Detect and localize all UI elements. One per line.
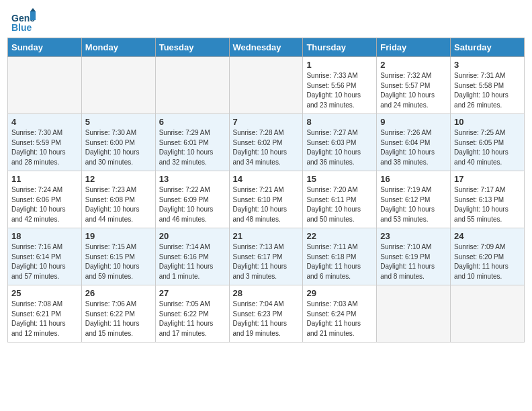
calendar-cell: 24Sunrise: 7:09 AMSunset: 6:20 PMDayligh… — [451, 228, 525, 285]
calendar-cell — [81, 57, 155, 114]
day-info: Sunrise: 7:32 AMSunset: 5:57 PMDaylight:… — [380, 71, 447, 110]
day-number: 3 — [454, 60, 521, 70]
calendar-header-friday: Friday — [377, 38, 451, 57]
day-number: 6 — [159, 117, 226, 127]
svg-text:Blue: Blue — [11, 22, 32, 33]
day-number: 1 — [306, 60, 373, 70]
day-number: 14 — [233, 174, 300, 184]
calendar-cell: 29Sunrise: 7:03 AMSunset: 6:24 PMDayligh… — [303, 285, 377, 342]
calendar-header-sunday: Sunday — [8, 38, 82, 57]
day-number: 10 — [454, 117, 521, 127]
calendar-header-tuesday: Tuesday — [155, 38, 229, 57]
calendar-header-thursday: Thursday — [303, 38, 377, 57]
day-number: 20 — [159, 231, 226, 241]
calendar-cell: 27Sunrise: 7:05 AMSunset: 6:22 PMDayligh… — [155, 285, 229, 342]
day-info: Sunrise: 7:03 AMSunset: 6:24 PMDaylight:… — [306, 300, 373, 338]
day-number: 13 — [159, 174, 226, 184]
day-number: 18 — [11, 231, 78, 241]
calendar-cell: 22Sunrise: 7:11 AMSunset: 6:18 PMDayligh… — [303, 228, 377, 285]
calendar-cell — [229, 57, 303, 114]
svg-marker-3 — [30, 8, 36, 11]
day-info: Sunrise: 7:33 AMSunset: 5:56 PMDaylight:… — [306, 71, 373, 110]
day-info: Sunrise: 7:19 AMSunset: 6:12 PMDaylight:… — [380, 185, 447, 224]
day-number: 26 — [85, 288, 152, 298]
day-number: 8 — [306, 117, 373, 127]
day-number: 17 — [454, 174, 521, 184]
calendar-header-monday: Monday — [81, 38, 155, 57]
day-number: 16 — [380, 174, 447, 184]
day-number: 9 — [380, 117, 447, 127]
day-info: Sunrise: 7:17 AMSunset: 6:13 PMDaylight:… — [454, 185, 521, 224]
day-number: 25 — [11, 288, 78, 298]
day-info: Sunrise: 7:26 AMSunset: 6:04 PMDaylight:… — [380, 128, 447, 167]
calendar-cell: 14Sunrise: 7:21 AMSunset: 6:10 PMDayligh… — [229, 171, 303, 228]
day-number: 27 — [159, 288, 226, 298]
calendar-cell — [377, 285, 451, 342]
day-number: 29 — [306, 288, 373, 298]
day-info: Sunrise: 7:15 AMSunset: 6:15 PMDaylight:… — [85, 242, 152, 281]
calendar-cell: 9Sunrise: 7:26 AMSunset: 6:04 PMDaylight… — [377, 114, 451, 171]
calendar-cell: 1Sunrise: 7:33 AMSunset: 5:56 PMDaylight… — [303, 57, 377, 114]
day-number: 19 — [85, 231, 152, 241]
calendar-cell: 3Sunrise: 7:31 AMSunset: 5:58 PMDaylight… — [451, 57, 525, 114]
day-info: Sunrise: 7:13 AMSunset: 6:17 PMDaylight:… — [233, 242, 300, 281]
calendar-cell: 5Sunrise: 7:30 AMSunset: 6:00 PMDaylight… — [81, 114, 155, 171]
calendar-cell — [451, 285, 525, 342]
calendar-cell: 6Sunrise: 7:29 AMSunset: 6:01 PMDaylight… — [155, 114, 229, 171]
calendar-cell: 18Sunrise: 7:16 AMSunset: 6:14 PMDayligh… — [8, 228, 82, 285]
day-info: Sunrise: 7:25 AMSunset: 6:05 PMDaylight:… — [454, 128, 521, 167]
calendar-cell: 19Sunrise: 7:15 AMSunset: 6:15 PMDayligh… — [81, 228, 155, 285]
day-info: Sunrise: 7:16 AMSunset: 6:14 PMDaylight:… — [11, 242, 78, 281]
day-info: Sunrise: 7:11 AMSunset: 6:18 PMDaylight:… — [306, 242, 373, 281]
day-number: 7 — [233, 117, 300, 127]
calendar-cell: 26Sunrise: 7:06 AMSunset: 6:22 PMDayligh… — [81, 285, 155, 342]
day-info: Sunrise: 7:05 AMSunset: 6:22 PMDaylight:… — [159, 300, 226, 338]
calendar-cell: 10Sunrise: 7:25 AMSunset: 6:05 PMDayligh… — [451, 114, 525, 171]
day-info: Sunrise: 7:06 AMSunset: 6:22 PMDaylight:… — [85, 300, 152, 338]
logo: General Blue — [10, 8, 36, 34]
day-info: Sunrise: 7:10 AMSunset: 6:19 PMDaylight:… — [380, 242, 447, 281]
calendar-cell: 23Sunrise: 7:10 AMSunset: 6:19 PMDayligh… — [377, 228, 451, 285]
calendar-header-saturday: Saturday — [451, 38, 525, 57]
day-info: Sunrise: 7:08 AMSunset: 6:21 PMDaylight:… — [11, 300, 78, 338]
day-number: 23 — [380, 231, 447, 241]
calendar-cell: 20Sunrise: 7:14 AMSunset: 6:16 PMDayligh… — [155, 228, 229, 285]
day-info: Sunrise: 7:14 AMSunset: 6:16 PMDaylight:… — [159, 242, 226, 281]
day-number: 5 — [85, 117, 152, 127]
day-number: 15 — [306, 174, 373, 184]
day-info: Sunrise: 7:31 AMSunset: 5:58 PMDaylight:… — [454, 71, 521, 110]
calendar-cell: 17Sunrise: 7:17 AMSunset: 6:13 PMDayligh… — [451, 171, 525, 228]
calendar-cell: 16Sunrise: 7:19 AMSunset: 6:12 PMDayligh… — [377, 171, 451, 228]
calendar-cell: 25Sunrise: 7:08 AMSunset: 6:21 PMDayligh… — [8, 285, 82, 342]
day-info: Sunrise: 7:24 AMSunset: 6:06 PMDaylight:… — [11, 185, 78, 224]
calendar-cell — [155, 57, 229, 114]
day-info: Sunrise: 7:29 AMSunset: 6:01 PMDaylight:… — [159, 128, 226, 167]
day-number: 4 — [11, 117, 78, 127]
calendar-cell — [8, 57, 82, 114]
calendar-cell: 15Sunrise: 7:20 AMSunset: 6:11 PMDayligh… — [303, 171, 377, 228]
day-info: Sunrise: 7:21 AMSunset: 6:10 PMDaylight:… — [233, 185, 300, 224]
calendar-cell: 8Sunrise: 7:27 AMSunset: 6:03 PMDaylight… — [303, 114, 377, 171]
day-info: Sunrise: 7:30 AMSunset: 6:00 PMDaylight:… — [85, 128, 152, 167]
day-info: Sunrise: 7:04 AMSunset: 6:23 PMDaylight:… — [233, 300, 300, 338]
day-number: 22 — [306, 231, 373, 241]
day-number: 11 — [11, 174, 78, 184]
day-info: Sunrise: 7:09 AMSunset: 6:20 PMDaylight:… — [454, 242, 521, 281]
calendar-table: SundayMondayTuesdayWednesdayThursdayFrid… — [7, 38, 525, 342]
calendar-header-wednesday: Wednesday — [229, 38, 303, 57]
logo-icon: General Blue — [10, 8, 36, 34]
day-number: 2 — [380, 60, 447, 70]
calendar-cell: 11Sunrise: 7:24 AMSunset: 6:06 PMDayligh… — [8, 171, 82, 228]
day-info: Sunrise: 7:30 AMSunset: 5:59 PMDaylight:… — [11, 128, 78, 167]
day-info: Sunrise: 7:27 AMSunset: 6:03 PMDaylight:… — [306, 128, 373, 167]
day-number: 21 — [233, 231, 300, 241]
calendar-cell: 13Sunrise: 7:22 AMSunset: 6:09 PMDayligh… — [155, 171, 229, 228]
day-info: Sunrise: 7:22 AMSunset: 6:09 PMDaylight:… — [159, 185, 226, 224]
day-number: 24 — [454, 231, 521, 241]
calendar-cell: 28Sunrise: 7:04 AMSunset: 6:23 PMDayligh… — [229, 285, 303, 342]
calendar-cell: 2Sunrise: 7:32 AMSunset: 5:57 PMDaylight… — [377, 57, 451, 114]
day-info: Sunrise: 7:20 AMSunset: 6:11 PMDaylight:… — [306, 185, 373, 224]
svg-marker-2 — [30, 11, 36, 20]
day-number: 28 — [233, 288, 300, 298]
day-info: Sunrise: 7:28 AMSunset: 6:02 PMDaylight:… — [233, 128, 300, 167]
